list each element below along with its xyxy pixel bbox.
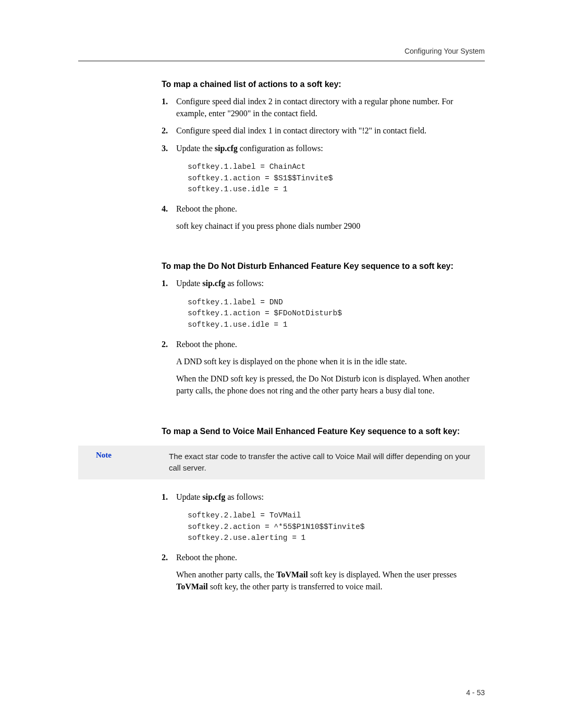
section-heading: To map a chained list of actions to a so… bbox=[162, 80, 485, 89]
step-text: Reboot the phone. bbox=[176, 204, 237, 213]
note-box: Note The exact star code to transfer the… bbox=[78, 446, 485, 479]
step-text: Reboot the phone. bbox=[176, 340, 237, 349]
sub-paragraph: When another party calls, the ToVMail so… bbox=[176, 569, 485, 593]
page-footer: 4 - 53 bbox=[466, 688, 485, 697]
code-block: softkey.2.label = ToVMail softkey.2.acti… bbox=[188, 510, 485, 544]
steps-list: 2. Reboot the phone. bbox=[162, 338, 485, 350]
step-item: 1. Configure speed dial index 2 in conta… bbox=[162, 95, 485, 119]
step-number: 2. bbox=[162, 125, 168, 137]
steps-list: 1. Configure speed dial index 2 in conta… bbox=[162, 95, 485, 154]
running-header: Configuring Your System bbox=[78, 47, 485, 60]
sub-paragraph: soft key chainact if you press phone dia… bbox=[176, 220, 485, 232]
sub-paragraph: When the DND soft key is pressed, the Do… bbox=[176, 373, 485, 397]
step-item: 2. Reboot the phone. bbox=[162, 338, 485, 350]
step-number: 3. bbox=[162, 142, 168, 154]
step-item: 1. Update sip.cfg as follows: bbox=[162, 277, 485, 289]
code-block: softkey.1.label = ChainAct softkey.1.act… bbox=[188, 162, 485, 195]
running-title: Configuring Your System bbox=[405, 47, 485, 55]
step-item: 4. Reboot the phone. bbox=[162, 203, 485, 215]
step-number: 1. bbox=[162, 95, 168, 107]
note-text: The exact star code to transfer the acti… bbox=[169, 451, 478, 474]
header-rule bbox=[78, 60, 485, 61]
step-text: Configure speed dial index 2 in contact … bbox=[176, 97, 453, 118]
page: Configuring Your System To map a chained… bbox=[0, 0, 563, 728]
step-text: Configure speed dial index 1 in contact … bbox=[176, 126, 426, 135]
step-item: 3. Update the sip.cfg configuration as f… bbox=[162, 142, 485, 154]
step-text: Update sip.cfg as follows: bbox=[176, 492, 264, 501]
step-number: 1. bbox=[162, 491, 168, 503]
steps-list: 2. Reboot the phone. bbox=[162, 551, 485, 563]
step-text: Update the sip.cfg configuration as foll… bbox=[176, 144, 323, 153]
page-number: 4 - 53 bbox=[466, 688, 485, 697]
steps-list: 1. Update sip.cfg as follows: bbox=[162, 277, 485, 289]
content-column: To map a chained list of actions to a so… bbox=[162, 80, 485, 593]
section-heading: To map the Do Not Disturb Enhanced Featu… bbox=[162, 262, 485, 271]
note-label: Note bbox=[85, 451, 169, 460]
step-item: 2. Configure speed dial index 1 in conta… bbox=[162, 125, 485, 137]
steps-list: 4. Reboot the phone. bbox=[162, 203, 485, 215]
step-text: Reboot the phone. bbox=[176, 553, 237, 562]
step-item: 1. Update sip.cfg as follows: bbox=[162, 491, 485, 503]
step-item: 2. Reboot the phone. bbox=[162, 551, 485, 563]
step-number: 4. bbox=[162, 203, 168, 215]
step-text: Update sip.cfg as follows: bbox=[176, 279, 264, 288]
sub-paragraph: A DND soft key is displayed on the phone… bbox=[176, 355, 485, 367]
code-block: softkey.1.label = DND softkey.1.action =… bbox=[188, 297, 485, 331]
step-number: 2. bbox=[162, 338, 168, 350]
step-number: 2. bbox=[162, 551, 168, 563]
steps-list: 1. Update sip.cfg as follows: bbox=[162, 491, 485, 503]
section-heading: To map a Send to Voice Mail Enhanced Fea… bbox=[162, 427, 485, 436]
step-number: 1. bbox=[162, 277, 168, 289]
